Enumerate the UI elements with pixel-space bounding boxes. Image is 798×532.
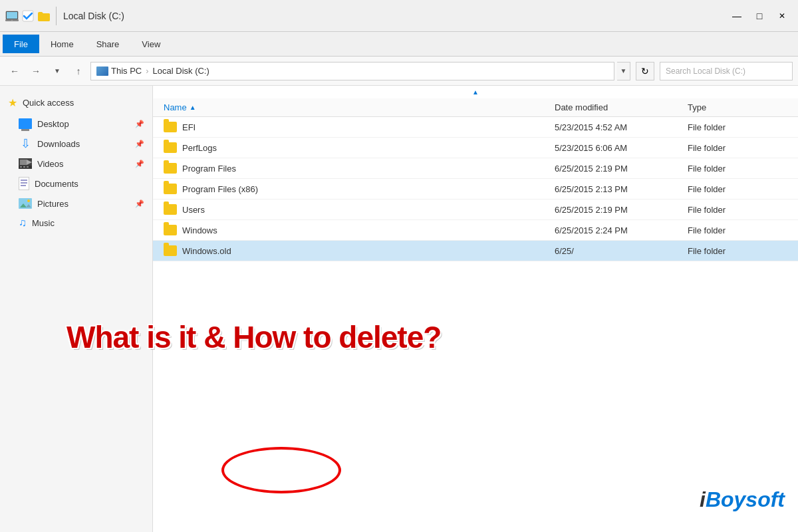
checkmark-icon — [21, 9, 35, 23]
pin-icon-downloads: 📌 — [135, 140, 144, 148]
sidebar-label-videos: Videos — [37, 159, 64, 169]
folder-icon-efi — [164, 122, 177, 132]
ribbon-tabs: File Home Share View — [0, 32, 798, 56]
drive-icon — [5, 9, 19, 23]
svg-rect-10 — [27, 166, 29, 168]
sidebar-item-pictures[interactable]: Pictures 📌 — [0, 194, 152, 213]
folder-icon-users — [164, 204, 177, 215]
sidebar-item-documents[interactable]: Documents — [0, 173, 152, 194]
file-type-efi: File folder — [688, 122, 787, 132]
svg-rect-8 — [20, 166, 22, 168]
music-icon: ♫ — [19, 217, 27, 229]
folder-icon-perflogs — [164, 142, 177, 153]
svg-rect-9 — [23, 166, 25, 168]
search-placeholder: Search Local Disk (C:) — [666, 66, 745, 76]
maximize-button[interactable]: □ — [749, 7, 770, 25]
file-row-name-programfiles: Program Files — [164, 163, 555, 174]
sidebar-label-music: Music — [32, 218, 55, 228]
path-local-disk: Local Disk (C:) — [153, 66, 209, 76]
title-separator — [56, 7, 57, 25]
recent-locations-button[interactable]: ▼ — [48, 62, 66, 80]
sidebar-item-downloads[interactable]: ⇩ Downloads 📌 — [0, 133, 152, 154]
address-path[interactable]: This PC › Local Disk (C:) — [90, 62, 614, 80]
sort-indicator-top: ▲ — [153, 86, 798, 98]
quick-access-header[interactable]: ★ Quick access — [0, 91, 152, 114]
sidebar-label-downloads: Downloads — [37, 139, 80, 149]
column-date-modified[interactable]: Date modified — [555, 102, 688, 112]
column-name[interactable]: Name ▲ — [164, 102, 555, 112]
file-list: ▲ Name ▲ Date modified Type EFI 5/23/201… — [153, 86, 798, 532]
path-computer-icon — [96, 66, 108, 76]
file-row-name-efi: EFI — [164, 122, 555, 132]
sidebar-label-documents: Documents — [35, 179, 78, 189]
file-row-perflogs[interactable]: PerfLogs 5/23/2015 6:06 AM File folder — [153, 138, 798, 158]
sidebar-item-desktop[interactable]: Desktop 📌 — [0, 114, 152, 133]
back-button[interactable]: ← — [5, 62, 24, 80]
file-row-programfiles86[interactable]: Program Files (x86) 6/25/2015 2:13 PM Fi… — [153, 179, 798, 200]
svg-point-3 — [11, 19, 13, 21]
column-name-label: Name — [164, 102, 187, 112]
documents-icon — [19, 177, 29, 190]
up-button[interactable]: ↑ — [69, 62, 88, 80]
tab-file[interactable]: File — [3, 35, 39, 53]
column-type[interactable]: Type — [688, 102, 787, 112]
title-bar: Local Disk (C:) — □ ✕ — [0, 0, 798, 32]
quick-access-icon: ★ — [8, 96, 17, 109]
file-type-programfiles: File folder — [688, 164, 787, 174]
folder-title-icon — [37, 9, 51, 23]
column-type-label: Type — [688, 102, 706, 112]
file-row-programfiles[interactable]: Program Files 6/25/2015 2:19 PM File fol… — [153, 158, 798, 179]
path-this-pc: This PC — [111, 66, 142, 76]
svg-rect-6 — [20, 160, 27, 165]
title-bar-icons — [5, 7, 59, 25]
file-row-name-windows: Windows — [164, 225, 555, 235]
videos-icon — [19, 158, 32, 169]
file-row-efi[interactable]: EFI 5/23/2015 4:52 AM File folder — [153, 117, 798, 138]
file-name-windowsold: Windows.old — [182, 246, 231, 256]
file-date-programfiles: 6/25/2015 2:19 PM — [555, 164, 688, 174]
address-dropdown-button[interactable]: ▼ — [617, 62, 630, 80]
folder-icon-windows — [164, 225, 177, 235]
sidebar-label-pictures: Pictures — [37, 199, 68, 209]
tab-home[interactable]: Home — [39, 35, 85, 53]
forward-button[interactable]: → — [27, 62, 45, 80]
file-row-users[interactable]: Users 6/25/2015 2:19 PM File folder — [153, 200, 798, 220]
file-type-windowsold: File folder — [688, 246, 787, 256]
tab-view[interactable]: View — [130, 35, 172, 53]
file-list-header: Name ▲ Date modified Type — [153, 98, 798, 117]
file-name-windows: Windows — [182, 225, 217, 235]
close-button[interactable]: ✕ — [771, 7, 793, 25]
sidebar-item-videos[interactable]: Videos 📌 — [0, 154, 152, 173]
file-name-programfiles86: Program Files (x86) — [182, 184, 258, 194]
file-date-windows: 6/25/2015 2:24 PM — [555, 225, 688, 235]
refresh-button[interactable]: ↻ — [636, 62, 654, 80]
window-title: Local Disk (C:) — [63, 11, 124, 21]
sidebar-item-music[interactable]: ♫ Music — [0, 213, 152, 233]
folder-icon-windowsold — [164, 245, 177, 256]
file-date-perflogs: 5/23/2015 6:06 AM — [555, 143, 688, 153]
file-row-windows[interactable]: Windows 6/25/2015 2:24 PM File folder — [153, 220, 798, 241]
pictures-icon — [19, 198, 32, 209]
file-row-name-windowsold: Windows.old — [164, 245, 555, 256]
window-controls: — □ ✕ — [726, 7, 793, 25]
pin-icon-videos: 📌 — [135, 160, 144, 168]
file-date-efi: 5/23/2015 4:52 AM — [555, 122, 688, 132]
file-date-users: 6/25/2015 2:19 PM — [555, 205, 688, 215]
sort-arrow: ▲ — [190, 104, 196, 111]
file-type-users: File folder — [688, 205, 787, 215]
minimize-button[interactable]: — — [726, 7, 747, 25]
address-bar: ← → ▼ ↑ This PC › Local Disk (C:) ▼ ↻ Se… — [0, 57, 798, 86]
file-name-programfiles: Program Files — [182, 164, 236, 174]
file-name-users: Users — [182, 205, 205, 215]
file-name-efi: EFI — [182, 122, 196, 132]
file-type-perflogs: File folder — [688, 143, 787, 153]
quick-access-label: Quick access — [23, 98, 74, 108]
tab-share[interactable]: Share — [85, 35, 131, 53]
sidebar-label-desktop: Desktop — [37, 119, 69, 129]
folder-icon-programfiles — [164, 163, 177, 174]
file-row-name-users: Users — [164, 204, 555, 215]
column-date-label: Date modified — [555, 102, 608, 112]
search-box[interactable]: Search Local Disk (C:) — [660, 62, 793, 80]
ribbon: File Home Share View — [0, 32, 798, 57]
file-row-windowsold[interactable]: Windows.old 6/25/ File folder — [153, 241, 798, 261]
